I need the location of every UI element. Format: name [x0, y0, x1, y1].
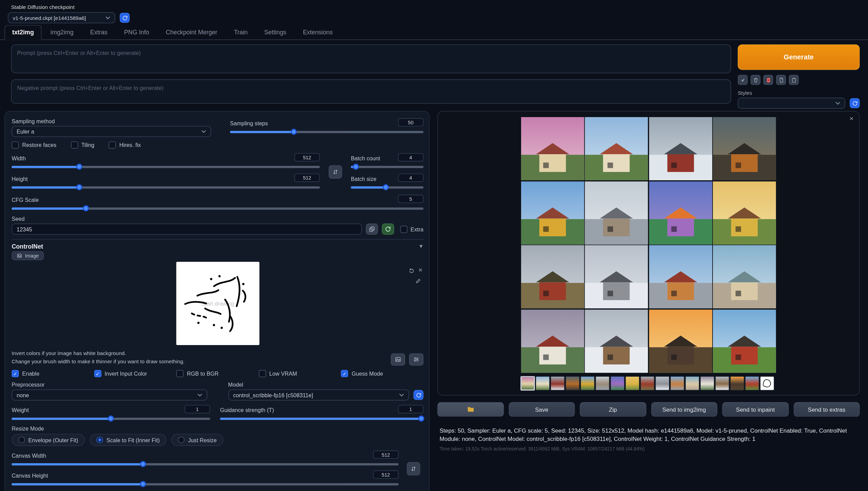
gallery-image-5[interactable]	[521, 181, 584, 244]
rgb-to-bgr-checkbox[interactable]: RGB to BGR	[176, 370, 259, 377]
gallery-image-2[interactable]	[585, 117, 648, 180]
gallery-thumbnail-8[interactable]	[625, 376, 640, 390]
seed-extra-checkbox[interactable]: Extra	[400, 226, 423, 233]
canvas-height-slider[interactable]	[12, 481, 399, 487]
sampling-steps-slider[interactable]	[230, 128, 423, 135]
send-to-extras-button[interactable]: Send to extras	[794, 402, 860, 416]
seed-input[interactable]	[12, 224, 362, 235]
resize-just-resize-radio[interactable]: Just Resize	[172, 434, 223, 446]
gallery-image-14[interactable]	[585, 309, 648, 373]
canvas-width-slider[interactable]	[12, 461, 399, 467]
gallery-thumbnail-12[interactable]	[685, 376, 700, 390]
zip-button[interactable]: Zip	[580, 402, 646, 416]
gallery-image-8[interactable]	[713, 181, 776, 244]
clear-prompt-button[interactable]	[751, 75, 761, 85]
sampling-steps-value[interactable]: 50	[398, 118, 423, 126]
gallery-thumbnail-4[interactable]	[565, 376, 580, 390]
gallery-image-9[interactable]	[521, 245, 584, 308]
hires-fix-checkbox[interactable]: Hires. fix	[109, 141, 141, 149]
gallery-thumbnail-7[interactable]	[610, 376, 625, 390]
brush-icon[interactable]	[415, 278, 421, 284]
slider-knob[interactable]	[419, 416, 425, 422]
gallery-image-16[interactable]	[713, 309, 776, 373]
controlnet-drawing-canvas[interactable]: Start drawing	[176, 262, 259, 345]
batch-size-slider[interactable]	[351, 184, 424, 190]
guidance-strength-slider[interactable]	[220, 415, 423, 422]
slider-knob[interactable]	[291, 129, 297, 135]
tab-settings[interactable]: Settings	[257, 25, 294, 39]
width-slider[interactable]	[12, 163, 320, 170]
gallery-image-15[interactable]	[649, 309, 712, 373]
gallery-thumbnail-1[interactable]	[520, 376, 535, 390]
slider-knob[interactable]	[383, 184, 389, 190]
height-slider[interactable]	[12, 184, 320, 190]
gallery-thumbnail-14[interactable]	[715, 376, 729, 390]
model-refresh-button[interactable]	[413, 390, 423, 400]
style-card-button[interactable]	[763, 75, 773, 85]
gallery-image-11[interactable]	[649, 245, 712, 308]
gallery-thumbnail-3[interactable]	[550, 376, 565, 390]
clear-canvas-icon[interactable]: ×	[419, 267, 422, 273]
batch-count-slider[interactable]	[351, 163, 424, 170]
batch-count-value[interactable]: 4	[398, 153, 423, 161]
gallery-thumbnail-15[interactable]	[730, 376, 744, 390]
save-button[interactable]: Save	[508, 402, 575, 416]
controlnet-enable-checkbox[interactable]: Enable	[12, 370, 94, 377]
controlnet-weight-slider[interactable]	[12, 415, 210, 422]
tab-extras[interactable]: Extras	[82, 25, 115, 39]
upload-image-button[interactable]	[391, 354, 405, 366]
save-style-button[interactable]	[789, 75, 799, 85]
slider-knob[interactable]	[77, 184, 83, 190]
random-seed-button[interactable]	[366, 224, 378, 235]
cfg-scale-slider[interactable]	[12, 205, 423, 211]
canvas-settings-button[interactable]	[409, 354, 423, 366]
canvas-height-value[interactable]: 512	[373, 471, 398, 479]
invert-input-color-checkbox[interactable]: Invert Input Color	[94, 370, 176, 377]
height-value[interactable]: 512	[294, 174, 320, 182]
sampling-method-dropdown[interactable]: Euler a	[12, 126, 211, 137]
tab-img2img[interactable]: img2img	[43, 25, 81, 39]
tab-extensions[interactable]: Extensions	[295, 25, 340, 39]
reuse-seed-button[interactable]	[382, 224, 394, 235]
controlnet-map-thumbnail[interactable]	[760, 376, 774, 390]
apply-style-button[interactable]	[776, 75, 786, 85]
restore-faces-checkbox[interactable]: Restore faces	[12, 141, 56, 149]
swap-width-height-button[interactable]	[329, 165, 342, 179]
gallery-thumbnail-10[interactable]	[655, 376, 670, 390]
send-to-img2img-button[interactable]: Send to img2img	[651, 402, 717, 416]
gallery-image-1[interactable]	[521, 117, 584, 180]
guess-mode-checkbox[interactable]: Guess Mode	[341, 370, 423, 377]
close-gallery-icon[interactable]: ×	[849, 114, 854, 123]
gallery-thumbnail-11[interactable]	[670, 376, 684, 390]
slider-knob[interactable]	[77, 164, 83, 170]
tab-checkpoint-merger[interactable]: Checkpoint Merger	[158, 25, 225, 39]
gallery-image-4[interactable]	[713, 117, 776, 180]
tab-txt2img[interactable]: txt2img	[4, 25, 42, 40]
controlnet-weight-value[interactable]: 1	[185, 405, 210, 413]
tab-train[interactable]: Train	[226, 25, 255, 39]
cfg-scale-value[interactable]: 5	[398, 195, 423, 203]
guidance-strength-value[interactable]: 1	[398, 405, 423, 413]
gallery-thumbnail-2[interactable]	[536, 376, 550, 390]
slider-knob[interactable]	[140, 481, 146, 487]
swap-canvas-dimensions-button[interactable]	[407, 462, 420, 476]
gallery-thumbnail-13[interactable]	[700, 376, 715, 390]
styles-refresh-button[interactable]	[850, 98, 860, 108]
gallery-image-10[interactable]	[585, 245, 648, 308]
batch-size-value[interactable]: 4	[398, 174, 423, 182]
controlnet-image-tab[interactable]: Image	[12, 251, 44, 260]
controlnet-header[interactable]: ControlNet ▼	[12, 243, 423, 250]
canvas-width-value[interactable]: 512	[373, 450, 398, 459]
width-value[interactable]: 512	[294, 153, 320, 161]
gallery-image-12[interactable]	[713, 245, 776, 308]
preprocessor-dropdown[interactable]: none	[12, 390, 207, 401]
gallery-image-13[interactable]	[521, 309, 584, 373]
prompt-input[interactable]	[11, 44, 731, 73]
tiling-checkbox[interactable]: Tiling	[71, 141, 94, 149]
gallery-thumbnail-6[interactable]	[595, 376, 610, 390]
resize-scale-to-fit-radio[interactable]: Scale to Fit (Inner Fit)	[90, 434, 166, 446]
slider-knob[interactable]	[83, 205, 89, 212]
checkpoint-refresh-button[interactable]	[120, 13, 130, 23]
tab-png-info[interactable]: PNG Info	[116, 25, 157, 39]
checkpoint-dropdown[interactable]: v1-5-pruned.ckpt [e1441589a6]	[8, 12, 115, 23]
